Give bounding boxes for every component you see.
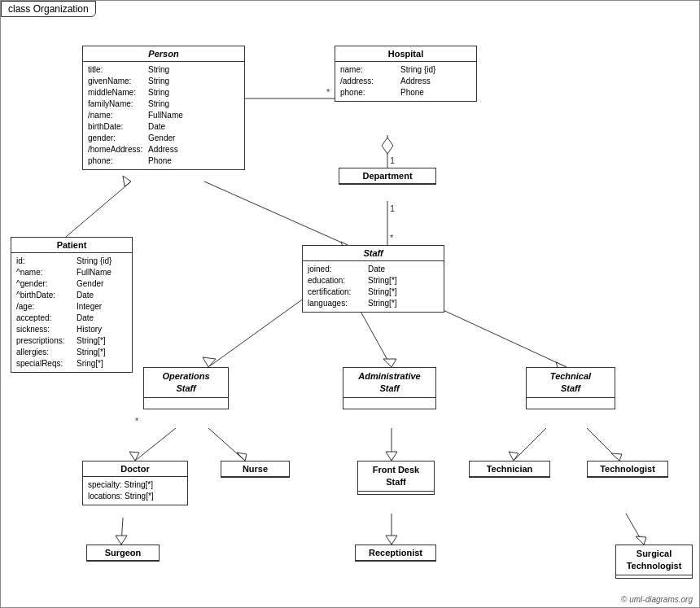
svg-marker-35 [636,536,646,545]
svg-marker-27 [509,452,518,461]
hospital-title: Hospital [335,46,476,62]
department-class: Department [339,168,436,185]
person-title: Person [83,46,244,62]
svg-text:*: * [135,416,139,426]
svg-text:1: 1 [390,155,395,165]
nurse-class: Nurse [221,461,290,478]
front-desk-staff-class: Front Desk Staff [357,461,435,495]
svg-marker-23 [237,453,247,461]
diagram-container: class Organization * * 1 * 1 * [0,0,700,608]
svg-line-20 [135,428,176,461]
svg-text:*: * [326,87,330,97]
svg-text:1: 1 [390,203,395,213]
copyright: © uml-diagrams.org [621,595,693,604]
svg-marker-17 [383,359,396,367]
surgeon-title: Surgeon [87,545,159,561]
staff-class: Staff joined:Date education:String[*] ce… [302,245,444,313]
svg-marker-21 [129,452,139,461]
patient-attrs: id:String {id} ^name:FullName ^gender:Ge… [11,253,132,372]
doctor-attrs: specialty: String[*] locations: String[*… [83,477,187,505]
department-title: Department [339,168,435,184]
svg-line-30 [121,518,123,545]
svg-marker-15 [203,357,216,367]
nurse-title: Nurse [221,461,289,477]
staff-attrs: joined:Date education:String[*] certific… [303,261,444,312]
hospital-attrs: name:String {id} /address:Address phone:… [335,62,476,101]
technologist-class: Technologist [587,461,668,478]
svg-line-34 [626,514,644,545]
receptionist-title: Receptionist [356,545,435,561]
operations-staff-class: Operations Staff [143,367,229,409]
diagram-title: class Organization [1,1,96,17]
surgical-technologist-class: Surgical Technologist [615,545,693,579]
front-desk-staff-title: Front Desk Staff [358,461,434,492]
person-attrs: title:String givenName:String middleName… [83,62,244,169]
doctor-class: Doctor specialty: String[*] locations: S… [82,461,188,505]
administrative-staff-title: Administrative Staff [343,368,435,398]
technician-class: Technician [469,461,550,478]
svg-marker-33 [386,536,397,545]
svg-marker-29 [611,453,622,461]
staff-title: Staff [303,246,444,261]
patient-title: Patient [11,238,132,253]
svg-line-22 [208,428,245,461]
svg-marker-31 [116,536,127,545]
svg-line-12 [204,182,351,247]
svg-marker-11 [123,176,131,186]
surgeon-class: Surgeon [86,545,160,562]
hospital-class: Hospital name:String {id} /address:Addre… [335,46,477,102]
person-class: Person title:String givenName:String mid… [82,46,245,170]
svg-marker-4 [382,138,393,154]
operations-staff-title: Operations Staff [144,368,228,398]
doctor-title: Doctor [83,461,187,477]
technical-staff-title: Technical Staff [527,368,615,398]
svg-line-26 [514,428,546,461]
technologist-title: Technologist [588,461,667,477]
svg-line-10 [66,182,131,237]
technician-title: Technician [470,461,549,477]
svg-text:*: * [390,233,394,243]
svg-marker-25 [386,452,397,461]
svg-line-14 [208,294,310,367]
administrative-staff-class: Administrative Staff [343,367,436,409]
technical-staff-class: Technical Staff [526,367,615,409]
surgical-technologist-title: Surgical Technologist [616,545,692,575]
receptionist-class: Receptionist [355,545,436,562]
patient-class: Patient id:String {id} ^name:FullName ^g… [11,237,133,373]
svg-line-28 [587,428,619,461]
